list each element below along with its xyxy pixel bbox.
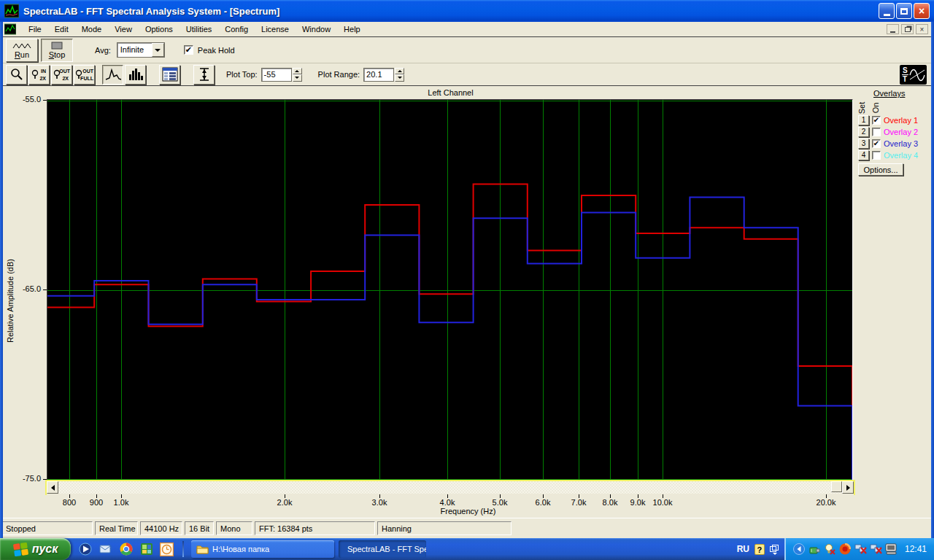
x-tick-label: 3.0k <box>363 498 395 507</box>
overlay-1-checkbox[interactable]: ✔ <box>872 116 881 125</box>
menu-mode[interactable]: Mode <box>75 23 109 35</box>
browser-icon[interactable] <box>119 542 133 556</box>
svg-text:S: S <box>903 66 908 74</box>
mdi-minimize-button[interactable] <box>887 24 899 34</box>
overlay-4-checkbox[interactable] <box>872 151 881 160</box>
magnifier-icon <box>9 67 24 82</box>
language-options-icon[interactable] <box>770 545 780 553</box>
network-disconnected-icon[interactable] <box>854 543 867 556</box>
spin-down-icon <box>293 74 302 82</box>
scroll-left-button[interactable] <box>47 481 58 494</box>
minimize-button[interactable] <box>879 3 895 19</box>
bar-plot-view-button[interactable] <box>125 65 146 85</box>
plot-top-input[interactable]: -55 <box>261 68 292 82</box>
channel-title: Left Channel <box>48 88 853 97</box>
usb-device-icon[interactable] <box>808 543 821 556</box>
scroll-right-button[interactable] <box>842 481 854 494</box>
menu-config[interactable]: Config <box>218 23 255 35</box>
overlay-options-button[interactable]: Options... <box>858 163 903 176</box>
close-button[interactable]: × <box>914 3 930 19</box>
bulb-disabled-icon[interactable] <box>824 543 836 556</box>
start-label: пуск <box>32 542 58 556</box>
overlay-4-set-button[interactable]: 4 <box>858 150 869 160</box>
app-icon <box>4 4 19 18</box>
x-tick-label: 7.0k <box>563 498 595 507</box>
scroll-thumb[interactable] <box>831 481 842 492</box>
svg-text:T: T <box>903 75 907 83</box>
x-tick-label: 5.0k <box>484 498 516 507</box>
spectrum-plot[interactable] <box>47 99 853 481</box>
avg-label: Avg: <box>95 46 111 55</box>
plot-toolbar: IN 2X OUT 2X OUT FULL <box>0 63 934 86</box>
mdi-restore-button[interactable] <box>901 24 914 34</box>
menu-options[interactable]: Options <box>139 23 180 35</box>
histogram-bars-icon <box>128 68 144 81</box>
spin-up-icon <box>293 68 302 75</box>
zoom-button[interactable] <box>6 65 27 85</box>
display-settings-button[interactable] <box>159 65 180 85</box>
spectrum-curve-icon <box>104 68 122 81</box>
stop-button[interactable]: Stop <box>41 39 73 62</box>
x-tick-label: 10.0k <box>647 498 679 507</box>
peak-hold-checkbox[interactable]: ✔ <box>184 45 193 55</box>
menu-edit[interactable]: Edit <box>48 23 75 35</box>
vertical-range-icon <box>198 66 211 82</box>
task-button-folder[interactable]: H:\Новая папка <box>191 540 334 558</box>
language-help-icon[interactable]: ? <box>754 544 765 555</box>
media-player-icon[interactable] <box>78 542 92 556</box>
avg-select[interactable]: Infinite <box>117 42 165 58</box>
taskbar: пуск <box>0 538 934 560</box>
scroll-track[interactable] <box>58 481 842 494</box>
display-settings-icon[interactable] <box>885 543 898 556</box>
menu-utilities[interactable]: Utilities <box>180 23 218 35</box>
overlay-3-checkbox[interactable]: ✔ <box>872 139 881 148</box>
plot-range-input[interactable]: 20.1 <box>363 68 394 82</box>
y-tick-label: -75.0 <box>10 474 41 483</box>
menu-license[interactable]: License <box>255 23 296 35</box>
spectrum-view: Left Channel -55.0 -65.0 -75.0 Relative … <box>0 86 934 518</box>
avg-dropdown-icon[interactable] <box>152 43 164 57</box>
plot-range-spinner[interactable] <box>395 68 404 82</box>
language-indicator[interactable]: RU <box>737 544 749 554</box>
start-button[interactable]: пуск <box>0 538 71 560</box>
magnifier-icon <box>31 69 39 79</box>
spectrum-time-toggle-icon[interactable]: S T <box>900 65 927 88</box>
maximize-button[interactable] <box>896 3 912 19</box>
overlay-3-set-button[interactable]: 3 <box>858 139 869 149</box>
zoom-out-2x-button[interactable]: OUT 2X <box>51 65 72 85</box>
network-disconnected-icon[interactable] <box>870 543 882 556</box>
task-button-spectralab[interactable]: SpectraLAB - FFT Spe... <box>339 540 426 558</box>
overlay-row: 2 Overlay 2 <box>858 126 918 137</box>
menu-file[interactable]: File <box>22 23 48 35</box>
plot-top-label: Plot Top: <box>226 70 258 79</box>
x-tick-label: 6.0k <box>527 498 559 507</box>
window-border-right <box>931 22 934 538</box>
timer-app-icon[interactable] <box>160 542 174 556</box>
overlay-1-set-button[interactable]: 1 <box>858 115 869 125</box>
overlay-2-checkbox[interactable] <box>872 128 881 136</box>
menu-window[interactable]: Window <box>296 23 337 35</box>
menu-help[interactable]: Help <box>337 23 367 35</box>
status-sample-rate: 44100 Hz <box>140 521 182 535</box>
y-tick <box>43 289 47 290</box>
avg-value: Infinite <box>117 43 152 57</box>
plot-top-spinner[interactable] <box>293 68 302 82</box>
run-button[interactable]: Run <box>6 39 38 62</box>
overlay-3-label: Overlay 3 <box>884 139 918 148</box>
zoom-out-full-button[interactable]: OUT FULL <box>74 65 95 85</box>
line-plot-view-button[interactable] <box>102 65 123 85</box>
y-tick <box>43 100 47 101</box>
overlay-2-set-button[interactable]: 2 <box>858 127 869 137</box>
menu-view[interactable]: View <box>108 23 139 35</box>
x-tick-label: 4.0k <box>431 498 463 507</box>
antivirus-icon[interactable] <box>839 543 852 556</box>
mdi-close-button[interactable]: × <box>916 24 928 34</box>
spectrum-canvas <box>47 100 852 481</box>
picture-manager-icon[interactable] <box>139 542 153 556</box>
document-icon <box>4 23 16 35</box>
hide-icons-chevron[interactable] <box>793 543 806 556</box>
amplitude-scale-button[interactable] <box>193 65 215 85</box>
zoom-in-2x-button[interactable]: IN 2X <box>28 65 50 85</box>
frequency-scrollbar[interactable] <box>47 481 854 494</box>
mail-icon[interactable] <box>99 542 112 556</box>
